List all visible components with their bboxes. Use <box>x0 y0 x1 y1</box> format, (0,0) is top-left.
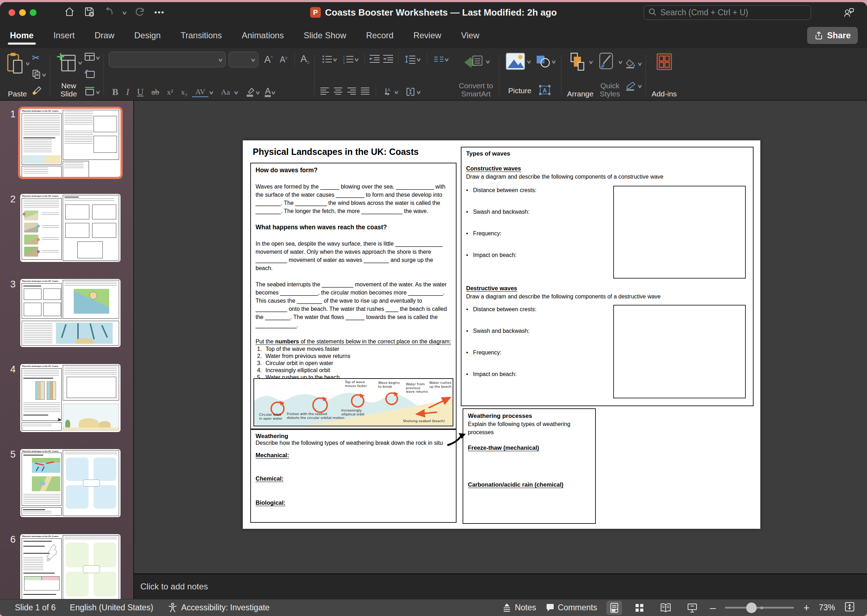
slide-thumbnail-6[interactable]: Physical Landscapes in the UK: Coasts <box>20 534 121 599</box>
zoom-slider[interactable] <box>725 607 794 608</box>
shape-fill-chevron-icon[interactable]: v <box>638 61 642 67</box>
new-slide-chevron-icon[interactable]: v <box>78 60 82 66</box>
italic-icon[interactable]: I <box>123 87 133 97</box>
zoom-window-button[interactable] <box>30 9 36 16</box>
font-color-chevron-icon[interactable]: v <box>271 89 275 95</box>
numbering-chevron-icon[interactable]: v <box>355 57 359 62</box>
slide-counter[interactable]: Slide 1 of 6 <box>15 603 56 613</box>
align-right-icon[interactable] <box>347 87 357 97</box>
slide-thumbnail-5[interactable]: Physical Landscapes in the UK: Coasts <box>20 449 121 517</box>
share-button[interactable]: Share <box>807 27 858 44</box>
slide-thumbnail-4[interactable]: Physical Landscapes in the UK: Coasts <box>20 364 121 432</box>
numbering-icon[interactable]: 123 v <box>341 54 360 64</box>
search-box[interactable] <box>644 5 811 20</box>
text-direction-icon[interactable]: A v <box>382 86 400 97</box>
zoom-in-button[interactable]: + <box>803 602 810 614</box>
superscript-icon[interactable]: x² <box>164 88 176 97</box>
paste-chevron-icon[interactable]: v <box>26 60 30 66</box>
shape-outline-button[interactable]: v <box>625 82 641 91</box>
decrease-font-size-icon[interactable]: Av <box>279 55 289 64</box>
vertical-align-chevron-icon[interactable]: v <box>417 89 421 95</box>
waves-form-box[interactable]: How do waves form? Waves are formed by t… <box>250 163 457 429</box>
tab-record[interactable]: Record <box>366 25 394 46</box>
tab-insert[interactable]: Insert <box>53 25 75 46</box>
font-color-icon[interactable]: A v <box>263 86 276 98</box>
normal-view-button[interactable] <box>606 601 622 615</box>
slide-canvas-area[interactable]: Physical Landscapes in the UK: Coasts Ho… <box>134 101 867 574</box>
cut-icon[interactable]: ✂ <box>32 52 46 63</box>
quick-styles-button[interactable]: v Quick Styles <box>595 51 624 99</box>
tab-animations[interactable]: Animations <box>241 25 284 46</box>
format-painter-icon[interactable] <box>32 86 46 97</box>
shape-outline-chevron-icon[interactable]: v <box>638 83 642 89</box>
smartart-chevron-icon[interactable]: v <box>486 58 490 64</box>
tab-home[interactable]: Home <box>9 25 35 46</box>
new-slide-button[interactable]: v New Slide <box>54 51 84 99</box>
slide-show-button[interactable] <box>684 601 701 614</box>
change-case-chevron-icon[interactable]: v <box>234 89 238 95</box>
reading-view-button[interactable] <box>657 601 675 614</box>
convert-to-smartart-button[interactable]: v Convert to SmartArt <box>457 51 495 99</box>
section-chevron-icon[interactable]: v <box>96 89 100 95</box>
strikethrough-icon[interactable]: ab <box>148 88 162 97</box>
text-box-button[interactable]: A <box>538 84 552 98</box>
tab-transitions[interactable]: Transitions <box>180 25 222 46</box>
shape-fill-button[interactable]: v <box>625 59 641 68</box>
section-icon[interactable] <box>84 86 95 97</box>
text-direction-chevron-icon[interactable]: v <box>394 89 398 95</box>
reset-slide-icon[interactable] <box>84 69 99 80</box>
slide-thumbnail-panel[interactable]: 1 Physical Landscapes in the UK: Coasts <box>0 101 134 599</box>
presenter-coach-icon[interactable] <box>843 7 855 19</box>
shapes-chevron-icon[interactable]: v <box>552 58 556 64</box>
close-window-button[interactable] <box>8 9 15 16</box>
weathering-box[interactable]: Weathering Describe how the following ty… <box>250 429 457 523</box>
bullets-icon[interactable]: v <box>320 54 339 64</box>
vertical-align-icon[interactable]: v <box>404 86 422 97</box>
font-name-select[interactable]: v <box>109 52 226 68</box>
clear-formatting-icon[interactable]: A◊ <box>301 53 309 65</box>
tab-slide-show[interactable]: Slide Show <box>303 25 347 46</box>
more-commands-icon[interactable]: ••• <box>154 8 165 17</box>
slide-editor[interactable]: Physical Landscapes in the UK: Coasts Ho… <box>243 140 760 529</box>
types-of-waves-box[interactable]: Types of waves Constructive waves Draw a… <box>461 147 754 406</box>
justify-icon[interactable] <box>360 87 370 97</box>
slide-thumbnail-3[interactable]: Physical Landscapes in the UK: Coasts <box>20 279 121 347</box>
copy-icon[interactable] <box>32 69 41 80</box>
shapes-button[interactable]: v <box>535 54 555 68</box>
minimize-window-button[interactable] <box>19 9 26 16</box>
tab-view[interactable]: View <box>460 25 480 46</box>
line-spacing-icon[interactable]: v <box>403 54 422 64</box>
weathering-processes-box[interactable]: Weathering processes Explain the followi… <box>463 408 596 524</box>
tab-draw[interactable]: Draw <box>94 25 115 46</box>
tab-design[interactable]: Design <box>134 25 162 46</box>
notes-pane[interactable]: Click to add notes <box>134 574 867 599</box>
slide-title[interactable]: Physical Landscapes in the UK: Coasts <box>253 147 419 157</box>
underline-icon[interactable]: U <box>134 87 147 97</box>
copy-chevron-icon[interactable]: v <box>42 72 46 78</box>
align-center-icon[interactable] <box>333 87 343 97</box>
picture-chevron-icon[interactable]: v <box>527 58 531 64</box>
highlight-chevron-icon[interactable]: v <box>256 89 260 95</box>
character-spacing-icon[interactable]: AV <box>192 88 209 97</box>
quick-styles-chevron-icon[interactable]: v <box>619 59 622 65</box>
zoom-slider-thumb[interactable] <box>746 602 757 613</box>
language-indicator[interactable]: English (United States) <box>70 603 153 613</box>
increase-indent-icon[interactable] <box>382 54 394 64</box>
destructive-drawing-area[interactable] <box>613 305 746 398</box>
arrange-button[interactable]: v Arrange <box>565 51 596 99</box>
tab-review[interactable]: Review <box>413 25 442 46</box>
notes-placeholder[interactable]: Click to add notes <box>140 581 208 592</box>
home-icon[interactable] <box>64 6 75 19</box>
slide-thumbnail-1[interactable]: Physical Landscapes in the UK: Coasts <box>20 109 121 177</box>
highlight-color-icon[interactable]: v <box>243 86 261 98</box>
change-case-icon[interactable]: Aa <box>218 88 233 97</box>
insert-picture-button[interactable]: v <box>505 52 530 71</box>
arrange-chevron-icon[interactable]: v <box>589 59 593 65</box>
decrease-indent-icon[interactable] <box>369 54 380 64</box>
accessibility-status[interactable]: Accessibility: Investigate <box>167 602 269 613</box>
line-spacing-chevron-icon[interactable]: v <box>417 57 421 62</box>
char-spacing-chevron-icon[interactable]: v <box>209 89 214 95</box>
slide-layout-icon[interactable] <box>84 52 95 62</box>
search-input[interactable] <box>660 8 806 17</box>
layout-chevron-icon[interactable]: v <box>96 55 100 61</box>
